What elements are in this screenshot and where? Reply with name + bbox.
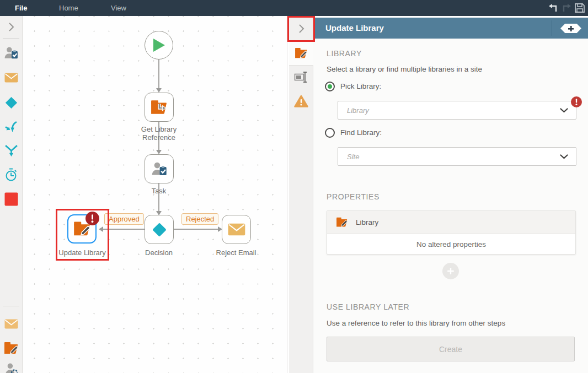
menu-view[interactable]: View <box>111 4 126 12</box>
toolbox-divider <box>3 306 19 306</box>
get-library-reference-icon <box>151 100 168 115</box>
node-label: Reject Email <box>209 248 264 257</box>
connector-arrowhead <box>156 88 162 93</box>
node-label: Get Library Reference <box>134 125 184 142</box>
pick-library-radio[interactable] <box>325 82 335 91</box>
library-section-description: Select a library or find multiple librar… <box>327 65 482 73</box>
update-library-icon <box>336 217 348 228</box>
library-dropdown[interactable]: Library <box>338 101 576 120</box>
task-step-icon[interactable] <box>0 46 22 61</box>
save-icon[interactable] <box>574 3 585 13</box>
tab-rename[interactable] <box>289 65 313 89</box>
timer-step-icon[interactable] <box>0 167 22 182</box>
add-property-button[interactable] <box>442 263 459 279</box>
email-step-icon[interactable] <box>0 73 22 83</box>
site-dropdown[interactable]: Site <box>338 147 576 166</box>
properties-section-header: PROPERTIES <box>327 192 379 201</box>
library-dropdown-placeholder: Library <box>347 106 560 115</box>
merge-step-icon[interactable] <box>0 120 22 134</box>
plus-icon <box>568 25 574 32</box>
pick-library-label: Pick Library: <box>340 82 381 90</box>
add-step-hexagon-button[interactable] <box>560 24 581 33</box>
decision-step-icon[interactable] <box>0 95 22 110</box>
user-event-step-icon-recent[interactable] <box>0 362 22 373</box>
properties-card-header[interactable]: Library <box>327 211 575 234</box>
play-icon <box>152 37 166 53</box>
annotation-rect-collapse-button <box>287 16 315 42</box>
panel-title: Update Library <box>325 23 384 33</box>
site-dropdown-placeholder: Site <box>347 153 560 161</box>
email-icon <box>228 223 245 236</box>
step-toolbox <box>0 16 23 373</box>
chevron-down-icon <box>560 108 568 113</box>
header-divider <box>552 20 552 36</box>
field-error-badge <box>571 96 582 107</box>
menu-home[interactable]: Home <box>59 4 78 12</box>
library-section-header: LIBRARY <box>327 49 362 58</box>
create-reference-button[interactable]: Create <box>327 337 575 361</box>
split-step-icon[interactable] <box>0 144 22 158</box>
connector-line <box>158 183 159 212</box>
update-library-icon <box>295 47 308 59</box>
use-library-later-description: Use a reference to refer to this library… <box>327 319 505 327</box>
get-library-reference-node[interactable] <box>145 93 174 122</box>
find-library-radio[interactable] <box>325 128 335 138</box>
toolbox-expand-chevron-icon[interactable] <box>0 22 22 32</box>
reject-email-node[interactable] <box>222 215 251 244</box>
task-icon <box>151 161 168 177</box>
decision-node[interactable] <box>145 215 174 244</box>
connector-line <box>158 60 159 89</box>
tab-configuration[interactable] <box>289 40 313 66</box>
node-label: Decision <box>137 248 181 257</box>
connector-line <box>174 229 218 230</box>
placeholder-step-icon[interactable] <box>0 192 22 206</box>
branch-label-rejected[interactable]: Rejected <box>181 213 218 225</box>
panel-header: Update Library <box>313 18 588 39</box>
properties-card: Library No altered properties <box>327 210 576 255</box>
task-node[interactable] <box>145 154 174 183</box>
use-library-later-header: USE LIBRARY LATER <box>327 302 409 311</box>
exclamation-icon <box>571 96 582 107</box>
decision-icon <box>150 220 169 239</box>
tab-errors[interactable] <box>289 89 313 113</box>
update-library-step-icon-recent[interactable] <box>0 342 22 355</box>
warning-icon <box>294 95 308 108</box>
connector-arrowhead <box>156 150 162 154</box>
undo-icon[interactable] <box>548 3 559 13</box>
email-step-icon-recent[interactable] <box>0 319 22 329</box>
plus-icon <box>447 267 455 275</box>
menu-file[interactable]: File <box>15 4 27 12</box>
toolbox-divider <box>3 38 19 39</box>
workflow-designer: File Home View <box>0 0 588 373</box>
rename-icon <box>294 71 308 83</box>
properties-item-label: Library <box>356 218 378 226</box>
branch-label-approved[interactable]: Approved <box>104 213 144 225</box>
menu-bar: File Home View <box>0 0 588 16</box>
properties-empty-text: No altered properties <box>327 234 575 254</box>
start-node[interactable] <box>145 31 173 60</box>
annotation-rect-update-library <box>56 209 109 261</box>
chevron-down-icon <box>560 154 568 159</box>
find-library-label: Find Library: <box>340 128 382 137</box>
redo-icon[interactable] <box>561 3 572 13</box>
